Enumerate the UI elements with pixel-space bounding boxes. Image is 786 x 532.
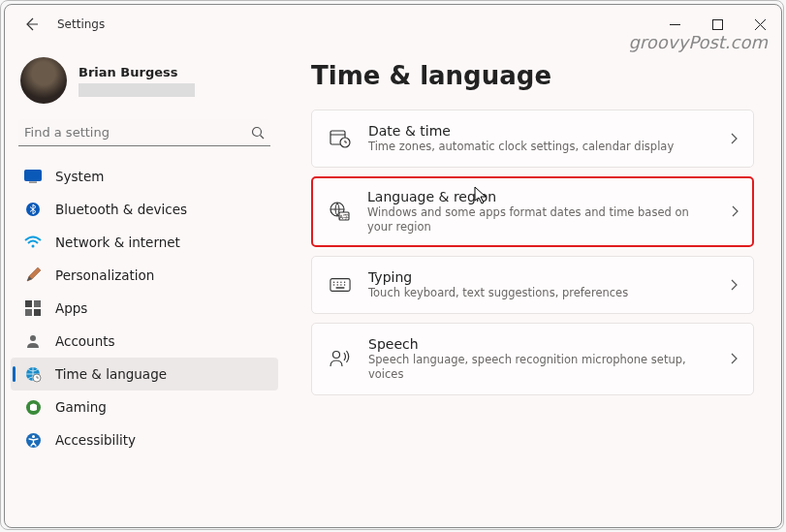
- close-icon: [755, 19, 766, 30]
- nav-label: System: [55, 169, 104, 184]
- minimize-icon: [670, 19, 680, 30]
- svg-point-27: [337, 284, 338, 285]
- user-info: Brian Burgess: [79, 65, 195, 97]
- paintbrush-icon: [24, 266, 42, 284]
- card-language-region[interactable]: A字 Language & region Windows and some ap…: [311, 176, 754, 247]
- svg-rect-0: [712, 19, 722, 29]
- nav-item-accessibility[interactable]: Accessibility: [11, 423, 278, 456]
- svg-point-31: [333, 352, 340, 359]
- globe-translate-icon: A字: [329, 201, 350, 222]
- system-icon: [24, 168, 42, 185]
- user-email-redacted: [79, 83, 195, 97]
- nav-item-system[interactable]: System: [11, 160, 278, 193]
- svg-point-5: [32, 245, 35, 248]
- svg-rect-3: [29, 182, 37, 183]
- sidebar: Brian Burgess System Bluetooth & devices: [5, 44, 284, 527]
- nav-label: Network & internet: [55, 235, 180, 250]
- svg-point-24: [340, 281, 341, 282]
- page-title: Time & language: [311, 61, 754, 90]
- svg-point-15: [32, 435, 35, 438]
- card-date-time[interactable]: Date & time Time zones, automatic clock …: [311, 110, 754, 168]
- card-description: Windows and some apps format dates and t…: [367, 205, 713, 235]
- svg-rect-30: [335, 287, 344, 288]
- card-text: Date & time Time zones, automatic clock …: [368, 123, 712, 154]
- svg-point-23: [337, 281, 338, 282]
- card-text: Typing Touch keyboard, text suggestions,…: [368, 269, 712, 300]
- nav-label: Personalization: [55, 267, 154, 283]
- svg-text:A字: A字: [339, 213, 349, 220]
- wifi-icon: [24, 234, 42, 251]
- minimize-button[interactable]: [653, 10, 696, 39]
- speech-icon: [330, 348, 351, 369]
- nav-item-time-language[interactable]: Time & language: [11, 358, 278, 391]
- nav-list: System Bluetooth & devices Network & int…: [11, 160, 278, 456]
- nav-label: Gaming: [55, 399, 107, 415]
- nav-label: Accounts: [55, 333, 115, 349]
- back-button[interactable]: [15, 8, 47, 41]
- svg-rect-9: [34, 309, 41, 316]
- card-text: Language & region Windows and some apps …: [367, 189, 713, 235]
- search-icon: [249, 126, 267, 140]
- svg-point-28: [340, 284, 341, 285]
- avatar: [20, 57, 67, 104]
- main-content: Time & language Date & time Time zones, …: [284, 44, 781, 527]
- card-description: Speech language, speech recognition micr…: [368, 353, 712, 382]
- nav-label: Apps: [55, 300, 87, 316]
- nav-item-apps[interactable]: Apps: [11, 292, 278, 325]
- close-button[interactable]: [739, 10, 781, 39]
- chevron-right-icon: [730, 133, 738, 144]
- apps-icon: [24, 299, 42, 317]
- user-name: Brian Burgess: [79, 65, 195, 79]
- svg-point-22: [333, 281, 334, 282]
- card-text: Speech Speech language, speech recogniti…: [368, 336, 712, 382]
- card-description: Time zones, automatic clock settings, ca…: [368, 140, 712, 154]
- svg-rect-8: [25, 309, 32, 316]
- settings-cards: Date & time Time zones, automatic clock …: [311, 110, 754, 395]
- accounts-icon: [24, 332, 42, 350]
- card-title: Speech: [368, 336, 712, 352]
- nav-item-network[interactable]: Network & internet: [11, 226, 278, 259]
- titlebar: Settings: [5, 5, 781, 44]
- card-title: Date & time: [368, 123, 712, 139]
- svg-point-29: [344, 284, 345, 285]
- nav-item-gaming[interactable]: Gaming: [11, 391, 278, 423]
- window-title: Settings: [57, 17, 105, 31]
- chevron-right-icon: [730, 353, 738, 364]
- svg-point-1: [253, 127, 262, 136]
- nav-label: Accessibility: [55, 432, 136, 448]
- card-speech[interactable]: Speech Speech language, speech recogniti…: [311, 323, 754, 395]
- user-profile[interactable]: Brian Burgess: [11, 49, 278, 117]
- nav-item-bluetooth[interactable]: Bluetooth & devices: [11, 193, 278, 226]
- svg-rect-6: [25, 300, 32, 307]
- keyboard-icon: [330, 274, 351, 296]
- arrow-left-icon: [23, 16, 39, 32]
- chevron-right-icon: [730, 279, 738, 291]
- svg-point-25: [344, 281, 345, 282]
- maximize-button[interactable]: [696, 10, 739, 39]
- svg-point-26: [333, 284, 334, 285]
- svg-rect-7: [34, 300, 41, 307]
- search-input[interactable]: [24, 125, 249, 140]
- card-title: Typing: [368, 269, 712, 285]
- accessibility-icon: [24, 431, 42, 449]
- nav-label: Time & language: [55, 366, 167, 382]
- svg-rect-2: [25, 171, 42, 181]
- nav-item-personalization[interactable]: Personalization: [11, 259, 278, 292]
- window-body: Brian Burgess System Bluetooth & devices: [5, 44, 781, 527]
- bluetooth-icon: [24, 201, 42, 218]
- globe-clock-icon: [24, 365, 42, 383]
- card-description: Touch keyboard, text suggestions, prefer…: [368, 286, 712, 300]
- svg-point-10: [30, 335, 36, 341]
- window-controls: [653, 10, 781, 39]
- maximize-icon: [712, 19, 723, 30]
- gaming-icon: [24, 398, 42, 416]
- settings-window: groovyPost.com Settings Brian Burgess: [4, 4, 782, 528]
- card-typing[interactable]: Typing Touch keyboard, text suggestions,…: [311, 256, 754, 314]
- search-box[interactable]: [18, 119, 270, 146]
- nav-label: Bluetooth & devices: [55, 202, 187, 217]
- calendar-clock-icon: [330, 128, 351, 149]
- card-title: Language & region: [367, 189, 713, 204]
- chevron-right-icon: [731, 205, 739, 217]
- nav-item-accounts[interactable]: Accounts: [11, 325, 278, 358]
